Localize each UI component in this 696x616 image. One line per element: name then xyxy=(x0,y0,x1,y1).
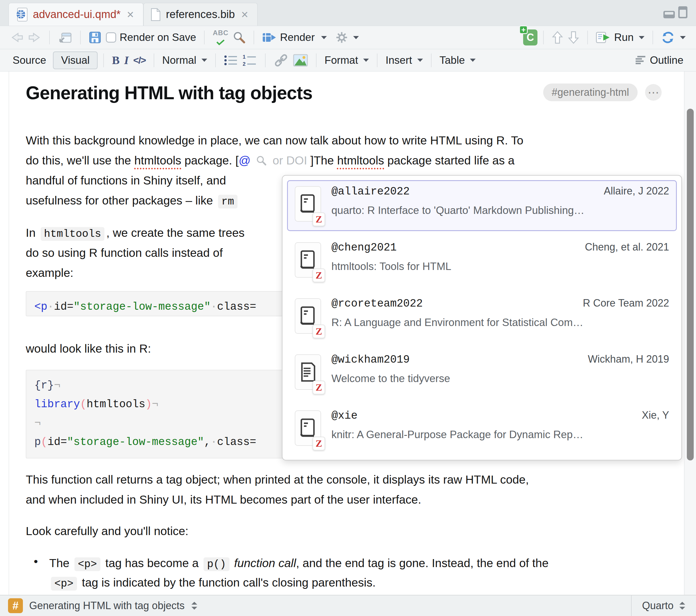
citation-author: Cheng, et al. 2021 xyxy=(585,241,669,253)
find-replace-button[interactable] xyxy=(231,30,248,46)
citation-icon-box: Z xyxy=(295,298,321,334)
run-icon xyxy=(596,32,611,43)
citation-id: @xie xyxy=(331,409,358,422)
list-item-line: <p> tag is indicated by the function cal… xyxy=(49,574,376,592)
book-icon xyxy=(300,306,316,326)
bullet-list-button[interactable] xyxy=(222,53,240,68)
citation-item-rcoreteam2022[interactable]: Z @rcoreteam2022 R Core Team 2022 R: A L… xyxy=(287,292,677,343)
open-in-new-window-button[interactable] xyxy=(56,29,75,46)
zotero-badge: Z xyxy=(313,437,325,450)
editor-tab-bar: advanced-ui.qmd* × references.bib × xyxy=(0,0,696,26)
book-icon xyxy=(300,250,316,270)
paragraph-line: do this, we'll use the htmltools package… xyxy=(26,152,515,169)
zotero-badge: Z xyxy=(313,269,325,282)
section-navigator[interactable]: Generating HTML with tag objects xyxy=(29,600,185,612)
more-options-button[interactable]: ⋯ xyxy=(645,84,662,101)
render-icon xyxy=(262,32,276,43)
outline-toggle[interactable]: Outline xyxy=(632,53,686,68)
close-icon[interactable]: × xyxy=(126,9,135,21)
section-navigator-arrows-icon[interactable] xyxy=(191,601,198,610)
editor-status-bar: # Generating HTML with tag objects Quart… xyxy=(0,595,696,616)
document-mode-selector[interactable]: Quarto xyxy=(631,595,696,616)
spellcheck-check-icon xyxy=(216,39,225,45)
italic-button[interactable]: I xyxy=(122,52,131,69)
save-icon xyxy=(89,31,101,44)
bold-icon: B xyxy=(112,53,120,67)
insert-menu[interactable]: Insert xyxy=(383,53,425,68)
zotero-badge: Z xyxy=(313,325,325,338)
svg-text:2: 2 xyxy=(243,61,246,66)
run-next-chunk-button[interactable] xyxy=(566,29,582,46)
editor-scrollbar[interactable] xyxy=(684,71,696,595)
minimize-pane-icon[interactable] xyxy=(663,11,675,18)
visual-mode-toggle[interactable]: Visual xyxy=(53,51,98,69)
table-menu[interactable]: Table xyxy=(437,53,478,68)
paragraph-line: With this background knowledge in place,… xyxy=(26,132,523,149)
citation-item-allaire2022[interactable]: Z @allaire2022 Allaire, J 2022 quarto: R… xyxy=(287,180,677,231)
bold-button[interactable]: B xyxy=(110,52,122,69)
citation-author: Xie, Y xyxy=(642,409,669,421)
outline-icon xyxy=(634,55,647,66)
search-icon xyxy=(233,31,246,44)
render-on-save-checkbox[interactable] xyxy=(106,32,116,43)
citation-search-icon xyxy=(256,155,267,166)
source-button[interactable] xyxy=(659,30,688,46)
spellcheck-button[interactable]: ABC xyxy=(210,28,231,47)
bullet-list-icon xyxy=(224,54,238,66)
image-button[interactable] xyxy=(291,52,310,68)
render-on-save-label: Render on Save xyxy=(120,31,196,44)
forward-icon xyxy=(28,31,41,44)
paragraph-line: do so using R function calls instead of xyxy=(26,244,223,261)
citation-id: @rcoreteam2022 xyxy=(331,297,423,310)
zotero-badge: Z xyxy=(313,212,325,226)
misspelled-word: htmltools xyxy=(134,154,181,167)
citation-item-xie[interactable]: Z @xie Xie, Y knitr: A General-Purpose P… xyxy=(287,404,677,455)
tab-advanced-ui-qmd[interactable]: advanced-ui.qmd* × xyxy=(9,3,143,26)
maximize-pane-icon[interactable] xyxy=(678,6,687,18)
inline-code-chip: <p> xyxy=(51,577,77,590)
up-arrow-icon xyxy=(552,31,563,44)
close-icon[interactable]: × xyxy=(240,9,250,21)
book-icon xyxy=(300,194,316,214)
book-icon xyxy=(300,418,316,438)
insert-chunk-button[interactable]: C + xyxy=(523,30,537,46)
scrollbar-thumb[interactable] xyxy=(687,109,694,460)
paragraph-style-dropdown[interactable]: Normal xyxy=(160,53,209,68)
run-previous-chunks-button[interactable] xyxy=(550,29,566,46)
citation-id: @allaire2022 xyxy=(331,185,410,198)
back-button[interactable] xyxy=(8,30,26,45)
numbered-list-button[interactable]: 12 xyxy=(240,53,259,68)
save-button[interactable] xyxy=(86,30,104,46)
citation-item-cheng2021[interactable]: Z @cheng2021 Cheng, et al. 2021 htmltool… xyxy=(287,236,677,287)
back-icon xyxy=(10,31,23,44)
citation-title: knitr: A General-Purpose Package for Dyn… xyxy=(331,429,669,441)
source-mode-toggle[interactable]: Source xyxy=(10,53,48,68)
render-options-caret[interactable] xyxy=(317,34,329,41)
tab-label: references.bib xyxy=(166,8,235,21)
paragraph-style-label: Normal xyxy=(162,54,196,66)
spellcheck-abc-label: ABC xyxy=(212,30,228,36)
inline-code-chip: htmltools xyxy=(41,227,105,241)
document-editor[interactable]: Generating HTML with tag objects #genera… xyxy=(0,71,696,595)
link-button[interactable] xyxy=(271,52,291,68)
paragraph-line: usefulness for other packages – like rm xyxy=(26,192,239,210)
settings-button[interactable] xyxy=(333,30,361,46)
misspelled-word: htmltools xyxy=(337,154,384,167)
render-on-save-toggle[interactable]: Render on Save xyxy=(104,30,198,45)
run-label: Run xyxy=(614,31,634,44)
format-menu[interactable]: Format xyxy=(322,53,371,68)
numbered-list-icon: 12 xyxy=(243,54,257,66)
citation-icon-box: Z xyxy=(295,354,321,390)
citation-item-wickham2019[interactable]: Z @wickham2019 Wickham, H 2019 Welcome t… xyxy=(287,348,677,399)
render-button[interactable]: Render xyxy=(260,30,317,45)
quarto-file-icon xyxy=(16,7,28,22)
citation-icon-box: Z xyxy=(295,186,321,222)
tab-references-bib[interactable]: references.bib × xyxy=(143,3,257,26)
run-button[interactable]: Run xyxy=(594,30,647,45)
plus-icon: + xyxy=(519,26,528,34)
forward-button[interactable] xyxy=(26,30,44,45)
code-button[interactable]: </> xyxy=(131,53,148,67)
citation-author: Allaire, J 2022 xyxy=(604,185,669,197)
tab-label: advanced-ui.qmd* xyxy=(33,8,121,21)
inline-code-chip: p() xyxy=(204,557,230,571)
